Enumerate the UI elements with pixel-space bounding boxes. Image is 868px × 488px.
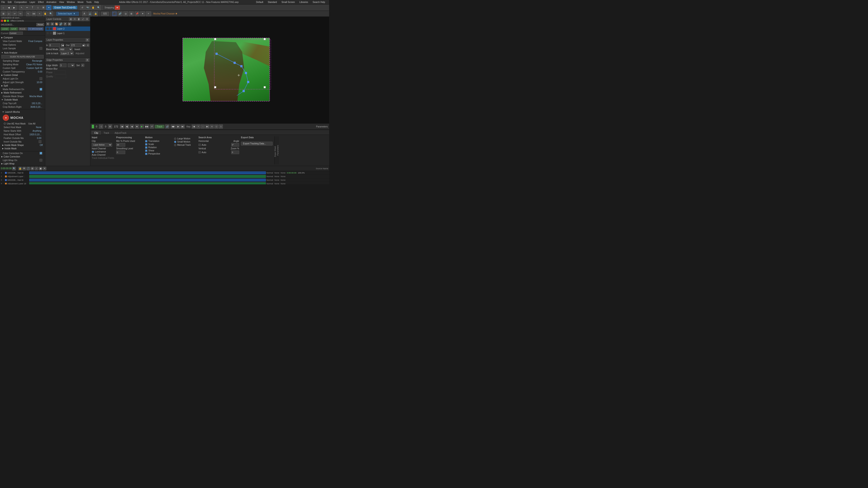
- hud-btn[interactable]: H.U.D.: [19, 27, 27, 31]
- outside-mask-header[interactable]: ▼ Outside Mask: [0, 98, 45, 101]
- key-btn-4[interactable]: ▶|: [205, 125, 209, 129]
- menu-window[interactable]: Window: [67, 1, 75, 3]
- layer-ctrl-close[interactable]: ✕: [85, 18, 89, 21]
- tl-btn-5[interactable]: ⎎: [35, 167, 38, 170]
- menu-movie[interactable]: Movie: [78, 1, 84, 3]
- view-btn-3[interactable]: ↩: [12, 11, 17, 16]
- hand-btn2[interactable]: ✋: [43, 11, 48, 16]
- view-btn-1[interactable]: ⊞: [1, 11, 6, 16]
- track-audio-btn[interactable]: 🔊: [165, 125, 169, 129]
- transport-fwd-btn[interactable]: ▶▶: [145, 125, 149, 129]
- maximize-dot[interactable]: [7, 20, 9, 22]
- tl-btn-6[interactable]: ▣: [39, 167, 42, 170]
- workspace-default[interactable]: Default: [256, 1, 264, 3]
- angle-input[interactable]: [231, 143, 239, 147]
- grid-btn[interactable]: ⊞: [129, 11, 134, 16]
- light-wrap-on-checkbox[interactable]: [39, 159, 42, 162]
- close-dot[interactable]: [1, 20, 3, 22]
- back-btn[interactable]: ◀: [6, 5, 11, 10]
- view-btn-4[interactable]: ↪: [18, 11, 23, 16]
- key-btn-1[interactable]: |◀: [192, 125, 196, 129]
- lock-sample-checkbox[interactable]: [39, 47, 42, 50]
- edge-props-close[interactable]: ✕: [86, 59, 89, 62]
- custom-detail-header[interactable]: ▶ Custom Detail: [0, 73, 45, 77]
- luminance-radio[interactable]: [92, 151, 94, 153]
- transport-frame-back-btn[interactable]: |◀: [120, 125, 124, 129]
- horiz-auto-cb[interactable]: [198, 144, 201, 146]
- mocha-pixel-chooser[interactable]: P: [146, 11, 151, 16]
- shape-tool[interactable]: □: [35, 5, 40, 10]
- export-tracking-btn[interactable]: Export Tracking Data...: [241, 142, 273, 145]
- link-to-track-select[interactable]: Layer 2: [60, 52, 74, 55]
- menu-animation[interactable]: Animation: [46, 1, 56, 3]
- layer-btn-color[interactable]: 🎨: [55, 22, 58, 26]
- menu-edit[interactable]: Edit: [8, 1, 11, 3]
- out-extra-btn[interactable]: +: [86, 43, 89, 47]
- light-wrap-header[interactable]: ▶ Light Wrap: [0, 162, 45, 165]
- row2-track[interactable]: [29, 175, 266, 178]
- camera-tool[interactable]: 📷: [85, 5, 90, 10]
- reset-btn[interactable]: Reset: [36, 23, 44, 26]
- transport-play-btn[interactable]: ▶: [140, 125, 144, 129]
- transport-play-rev2-btn[interactable]: ◀: [130, 125, 134, 129]
- pin-btn[interactable]: 📌: [134, 11, 140, 16]
- large-motion-radio[interactable]: [174, 138, 176, 140]
- tab-adjust-track[interactable]: AdjustTrack: [112, 131, 129, 135]
- min-pixels-input[interactable]: [116, 143, 125, 147]
- key-btn-5[interactable]: A: [210, 125, 214, 129]
- row4-track[interactable]: [29, 182, 266, 184]
- track-end-btn[interactable]: ▶|: [181, 125, 185, 129]
- layer-btn-lock[interactable]: ⚙: [51, 22, 54, 26]
- zoom-btn2[interactable]: 🔍: [49, 11, 53, 16]
- layer-item-2[interactable]: Layer 2: [45, 26, 90, 31]
- menu-layer[interactable]: Layer: [30, 1, 35, 3]
- layer-ctrl-btn-4[interactable]: ⤢: [81, 18, 85, 21]
- lock-btn[interactable]: 🔒: [93, 11, 98, 16]
- launch-mocha-header[interactable]: ▼ Launch Mocha: [1, 110, 44, 113]
- opacity-input[interactable]: [101, 12, 109, 16]
- set-btn[interactable]: +: [81, 64, 84, 67]
- home-btn[interactable]: ⌂: [1, 5, 6, 10]
- layer-btn-eye[interactable]: 👁: [46, 22, 50, 26]
- quality-input[interactable]: [55, 74, 66, 78]
- layer-item-1[interactable]: Layer 1: [45, 31, 90, 35]
- menu-tools[interactable]: Tools: [86, 1, 92, 3]
- key-btn-7[interactable]: 1: [219, 125, 223, 129]
- transport-play-rev-btn[interactable]: ⊞: [108, 125, 112, 129]
- row1-track[interactable]: [29, 171, 266, 174]
- bb-btn[interactable]: BB: [31, 11, 36, 16]
- tl-btn-3[interactable]: 🎵: [26, 167, 30, 170]
- inside-mask-header[interactable]: ▶ Inside Mask Shape Off: [1, 143, 44, 147]
- menu-composition[interactable]: Composition: [14, 1, 27, 3]
- layer-ctrl-btn-3[interactable]: 🗑: [77, 18, 81, 21]
- select-all-btn[interactable]: ↖: [26, 11, 31, 16]
- color-btn[interactable]: ⬛: [112, 11, 117, 16]
- zoom-tool[interactable]: 🔍: [96, 5, 101, 10]
- track-btn[interactable]: Track: [155, 125, 164, 128]
- matte-ref-on-checkbox[interactable]: ✓: [39, 88, 42, 91]
- auto-analyze-btn[interactable]: CLICK TO AUTO ANALYZE: [1, 55, 43, 59]
- workspace-standard[interactable]: Standard: [268, 1, 277, 3]
- edge-width-input[interactable]: [60, 64, 66, 67]
- layer-ctrl-btn-1[interactable]: ⊞: [69, 18, 72, 21]
- tl-search-btn[interactable]: 🔍: [12, 167, 16, 170]
- anchor-btn[interactable]: ⚓: [88, 11, 92, 16]
- in-btn[interactable]: |◀: [61, 43, 64, 47]
- adjust-light-checkbox[interactable]: [39, 77, 42, 80]
- auto-analyze-header[interactable]: ▼ Auto Analyze: [0, 51, 45, 55]
- view-link-btn[interactable]: 🔗: [118, 11, 123, 16]
- scale-cb[interactable]: [145, 143, 147, 145]
- row3-track[interactable]: [29, 178, 266, 182]
- search-help[interactable]: Search Help: [313, 1, 325, 3]
- key-btn-3[interactable]: -: [201, 125, 205, 129]
- spill-header[interactable]: ▶ Spill: [0, 84, 45, 88]
- pen-tool[interactable]: ✏: [25, 5, 30, 10]
- layer-props-close[interactable]: ✕: [86, 38, 89, 41]
- workspace-small[interactable]: Small Screen: [281, 1, 295, 3]
- layer-btn-link[interactable]: 🔗: [59, 22, 63, 26]
- vert-auto-cb[interactable]: [198, 151, 201, 153]
- layer-ctrl-btn-2[interactable]: ✏: [73, 18, 76, 21]
- menu-view[interactable]: View: [59, 1, 64, 3]
- selected-layer-dropdown[interactable]: Selected layer ▼: [56, 12, 79, 16]
- eraser-tool[interactable]: ✦: [46, 5, 51, 10]
